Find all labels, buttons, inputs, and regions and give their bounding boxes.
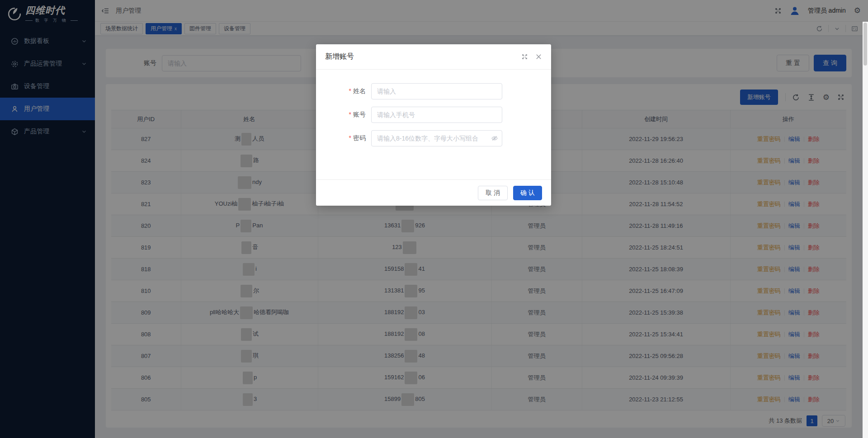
field-label: 账号: [353, 111, 366, 118]
eye-off-icon[interactable]: [491, 135, 498, 142]
field-label: 密码: [353, 134, 366, 141]
scrollbar-thumb[interactable]: [863, 23, 867, 66]
cancel-button[interactable]: 取 消: [478, 186, 508, 200]
form-row-0: *姓名: [316, 83, 551, 99]
field-input-0[interactable]: [371, 83, 502, 99]
required-asterisk: *: [349, 111, 351, 118]
form-row-1: *账号: [316, 107, 551, 123]
field-input-1[interactable]: [371, 107, 502, 123]
field-label: 姓名: [353, 87, 366, 94]
page-scrollbar: [863, 22, 868, 438]
confirm-button[interactable]: 确 认: [513, 186, 542, 200]
add-account-dialog: 新增账号 *姓名*账号*密码 取 消 确 认: [316, 44, 551, 206]
required-asterisk: *: [349, 134, 351, 141]
dialog-close-icon[interactable]: [535, 53, 542, 60]
required-asterisk: *: [349, 87, 351, 94]
field-input-2[interactable]: [371, 130, 502, 146]
form-row-2: *密码: [316, 130, 551, 146]
dialog-maximize-icon[interactable]: [521, 53, 528, 60]
dialog-title: 新增账号: [325, 52, 354, 61]
